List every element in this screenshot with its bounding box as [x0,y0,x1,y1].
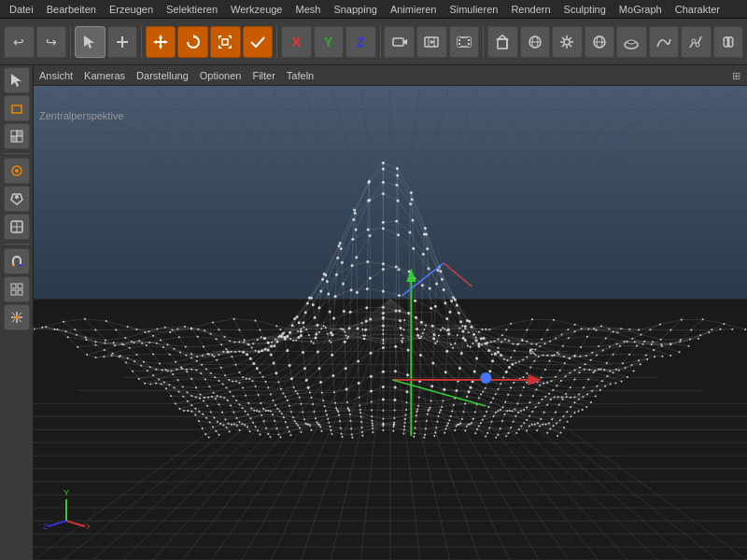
viewport-menu-darstellung[interactable]: Darstellung [136,70,189,81]
add-button[interactable] [107,26,138,58]
sidebar-sep-2 [4,244,30,245]
move-tool-button[interactable] [146,26,176,58]
viewport-canvas [34,86,747,560]
viewport-label: Zentralperspektive [39,110,124,121]
svg-rect-43 [11,131,17,136]
bend-button[interactable] [681,26,712,58]
svg-rect-57 [18,284,22,288]
separator-2 [141,26,142,58]
toolbar: ↩ ↪ [0,19,747,65]
sidebar-texture-btn[interactable] [4,123,30,149]
axis-x-button[interactable]: X [281,26,312,58]
menu-animieren[interactable]: Animieren [385,2,443,17]
loop-button[interactable] [520,26,551,58]
menu-mograph[interactable]: MoGraph [613,2,668,17]
rotate-tool-button[interactable] [177,26,208,58]
cube-button[interactable] [487,26,518,58]
menubar: Datei Bearbeiten Erzeugen Selektieren We… [0,0,747,19]
svg-rect-27 [468,43,470,45]
svg-rect-56 [11,284,16,288]
svg-marker-29 [498,35,507,39]
svg-rect-44 [17,131,22,136]
scale-tool-button[interactable] [210,26,241,58]
3d-viewport[interactable]: Zentralperspektive X Y Z [34,86,747,560]
main-area: Ansicht Kameras Darstellung Optionen Fil… [0,65,747,560]
sphere-button[interactable] [585,26,615,58]
menu-mesh[interactable]: Mesh [289,2,326,17]
svg-rect-59 [18,290,22,295]
svg-line-65 [48,521,66,526]
menu-snapping[interactable]: Snapping [328,2,383,17]
expand-viewport-button[interactable]: ⊞ [728,68,743,83]
separator-5 [483,26,484,58]
apply-button[interactable] [243,26,274,58]
menu-charakter[interactable]: Charakter [669,2,726,17]
infinity-button[interactable] [713,26,744,58]
svg-marker-41 [11,74,21,87]
svg-rect-2 [117,41,128,43]
torus-button[interactable] [616,26,647,58]
sidebar-sep-1 [4,153,30,154]
filmstrip-button[interactable] [449,26,480,58]
sidebar-render-btn[interactable] [4,158,30,184]
svg-rect-8 [157,41,164,43]
svg-rect-28 [498,39,507,49]
sidebar-magnet-btn[interactable] [4,248,30,274]
menu-datei[interactable]: Datei [4,2,39,17]
svg-rect-26 [468,39,470,41]
svg-text:X: X [86,522,90,531]
left-sidebar [0,65,34,560]
viewport[interactable]: Ansicht Kameras Darstellung Optionen Fil… [34,65,747,560]
svg-point-60 [15,315,19,319]
sidebar-cursor-btn[interactable] [4,67,30,93]
svg-point-38 [627,40,635,44]
menu-bearbeiten[interactable]: Bearbeiten [41,2,102,17]
menu-rendern[interactable]: Rendern [505,2,556,17]
svg-point-50 [15,195,19,199]
redo-button[interactable]: ↪ [36,26,67,58]
separator-3 [276,26,277,58]
svg-marker-3 [159,35,162,38]
menu-simulieren[interactable]: Simulieren [444,2,503,17]
undo-button[interactable]: ↩ [4,26,35,58]
separator-4 [380,26,381,58]
viewport-menu-tafeln[interactable]: Tafeln [287,70,314,81]
axis-z-button[interactable]: Z [345,26,376,58]
sidebar-grid-btn[interactable] [4,276,30,302]
sidebar-light-btn[interactable] [4,186,30,212]
svg-rect-46 [17,136,22,142]
menu-erzeugen[interactable]: Erzeugen [104,2,159,17]
svg-point-40 [696,43,699,47]
svg-marker-5 [153,40,157,44]
sidebar-material-btn[interactable] [4,214,30,240]
viewport-menu-ansicht[interactable]: Ansicht [39,70,73,81]
svg-marker-6 [164,40,168,44]
select-tool-button[interactable] [75,26,106,58]
sidebar-snap-btn[interactable] [4,304,30,330]
svg-rect-42 [12,105,21,113]
viewport-menu-optionen[interactable]: Optionen [200,70,242,81]
svg-point-39 [692,39,696,43]
menu-sculpting[interactable]: Sculpting [558,2,612,17]
axis-y-button[interactable]: Y [314,26,345,58]
svg-rect-45 [11,136,17,142]
viewport-menu-kameras[interactable]: Kameras [84,70,125,81]
menu-selektieren[interactable]: Selektieren [161,2,223,17]
svg-rect-24 [458,39,460,41]
spline-button[interactable] [649,26,680,58]
menu-werkzeuge[interactable]: Werkzeuge [225,2,288,17]
gear-button[interactable] [552,26,583,58]
svg-rect-58 [11,290,16,295]
camera-button[interactable] [384,26,415,58]
viewport-menu-filter[interactable]: Filter [252,70,275,81]
svg-line-61 [66,521,85,526]
svg-rect-23 [468,37,471,47]
timeline-button[interactable] [416,26,447,58]
svg-marker-0 [84,35,94,49]
svg-text:Y: Y [63,488,69,497]
svg-point-48 [15,169,19,173]
svg-marker-4 [159,46,162,49]
sidebar-object-btn[interactable] [4,95,30,121]
viewport-header: Ansicht Kameras Darstellung Optionen Fil… [34,65,747,86]
svg-rect-15 [393,38,403,46]
